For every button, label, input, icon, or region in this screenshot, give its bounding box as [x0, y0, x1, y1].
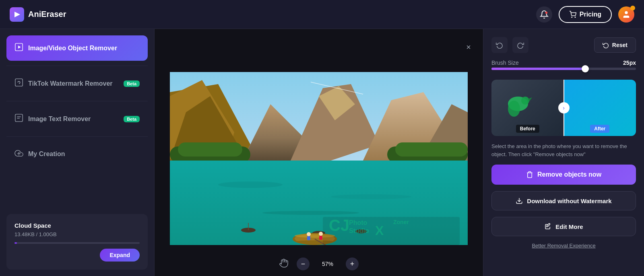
notification-button[interactable]: [536, 6, 552, 23]
canvas-top-bar: ×: [155, 29, 483, 65]
right-panel: Reset Brush Size 25px: [483, 29, 644, 276]
cloud-space-usage: 13.48KB / 1.00GB: [14, 231, 140, 237]
svg-text:CJ: CJ: [329, 216, 349, 234]
close-button[interactable]: ×: [462, 41, 475, 54]
sidebar-item-my-creation[interactable]: My Creation: [6, 142, 148, 167]
cloud-space-card: Cloud Space 13.48KB / 1.00GB Expand: [6, 214, 148, 270]
svg-text:Photo: Photo: [349, 219, 367, 226]
svg-point-2: [572, 17, 572, 18]
logo-area: AniEraser: [10, 7, 536, 22]
sidebar-item-label-tiktok-remover: TikTok Watermark Remover: [28, 80, 113, 87]
edit-icon: [544, 223, 551, 230]
header: AniEraser Pricing: [0, 0, 644, 29]
sidebar-item-image-text-remover[interactable]: Image Text Remover Beta: [6, 106, 148, 132]
svg-point-52: [521, 97, 529, 105]
brush-size-label: Brush Size: [491, 60, 519, 66]
avatar-badge: [630, 6, 635, 10]
zoom-out-button[interactable]: −: [297, 257, 310, 270]
slider-thumb: [582, 65, 589, 72]
svg-marker-0: [14, 12, 20, 17]
sidebar-divider-2: [6, 101, 148, 101]
tiktok-beta-badge: Beta: [124, 80, 140, 87]
canvas-area: ×: [155, 29, 483, 276]
download-without-watermark-button[interactable]: Download without Watermark: [491, 191, 636, 210]
undo-button[interactable]: [491, 37, 508, 53]
svg-text:X: X: [375, 223, 384, 238]
after-side: After: [564, 80, 636, 136]
canvas-bottom-bar: − 57% +: [155, 252, 483, 276]
svg-point-32: [262, 211, 359, 215]
header-right: Pricing: [536, 6, 634, 23]
image-text-icon: [14, 113, 23, 124]
sidebar-item-tiktok-remover[interactable]: TikTok Watermark Remover Beta: [6, 71, 148, 96]
brush-size-section: Brush Size 25px: [491, 60, 636, 73]
sidebar: Image/Video Object Remover TikTok Waterm…: [0, 29, 155, 276]
before-after-inner: Before After ›: [491, 80, 636, 136]
brush-size-slider[interactable]: [491, 68, 636, 70]
before-side: Before: [491, 80, 564, 136]
hand-icon[interactable]: [279, 258, 289, 270]
before-after-preview: Before After ›: [491, 80, 636, 136]
divider-handle[interactable]: ›: [558, 102, 570, 113]
pricing-label: Pricing: [580, 11, 601, 18]
cloud-space-bar: [14, 242, 140, 244]
redo-button[interactable]: [512, 37, 528, 53]
remove-icon: [526, 171, 533, 178]
sidebar-divider-3: [6, 136, 148, 137]
bird-shape: [502, 88, 534, 120]
image-text-beta-badge: Beta: [124, 116, 140, 122]
sidebar-divider-1: [6, 66, 148, 66]
svg-text:Zoner: Zoner: [393, 219, 409, 225]
sidebar-item-label-image-video-remover: Image/Video Object Remover: [28, 45, 117, 52]
svg-rect-40: [307, 236, 310, 240]
edit-more-label: Edit More: [555, 223, 583, 230]
slider-fill: [491, 68, 585, 70]
expand-button[interactable]: Expand: [100, 249, 140, 262]
sidebar-item-label-image-text-remover: Image Text Remover: [28, 115, 91, 123]
cloud-icon: [14, 149, 23, 159]
svg-point-41: [319, 232, 323, 236]
zoom-in-icon: +: [350, 260, 355, 268]
pricing-button[interactable]: Pricing: [559, 6, 612, 23]
cloud-space-title: Cloud Space: [14, 222, 140, 229]
avatar[interactable]: [618, 6, 634, 23]
close-icon: ×: [466, 43, 471, 52]
main: Image/Video Object Remover TikTok Waterm…: [0, 29, 644, 276]
zoom-in-button[interactable]: +: [346, 257, 359, 270]
after-label: After: [590, 125, 609, 133]
before-after-divider: ›: [564, 80, 564, 136]
download-label: Download without Watermark: [527, 198, 611, 204]
tiktok-icon: [14, 78, 23, 89]
hint-text: Select the area in the photo where you w…: [491, 142, 636, 158]
download-icon: [516, 197, 523, 204]
svg-point-54: [508, 101, 520, 117]
remove-objects-button[interactable]: Remove objects now: [491, 165, 636, 185]
svg-rect-7: [15, 79, 23, 86]
better-removal-link[interactable]: Better Removal Experience: [491, 243, 636, 249]
sidebar-item-label-my-creation: My Creation: [28, 150, 65, 158]
remove-objects-label: Remove objects now: [537, 171, 601, 178]
logo-icon: [10, 7, 24, 22]
svg-rect-42: [319, 236, 322, 240]
svg-point-4: [625, 11, 627, 14]
svg-point-30: [218, 181, 283, 188]
panel-toolbar: Reset: [491, 37, 636, 53]
play-icon: [14, 43, 23, 54]
svg-point-31: [331, 194, 411, 199]
canvas-image: CJ Photo Studio X Zoner: [170, 72, 468, 245]
brush-size-value: 25px: [623, 60, 636, 66]
svg-text:Studio: Studio: [349, 227, 369, 234]
svg-marker-6: [18, 45, 21, 48]
canvas-image-container[interactable]: CJ Photo Studio X Zoner: [155, 65, 483, 252]
svg-rect-8: [15, 114, 23, 122]
brush-size-row: Brush Size 25px: [491, 60, 636, 66]
zoom-out-icon: −: [301, 260, 305, 268]
sidebar-item-image-video-remover[interactable]: Image/Video Object Remover: [6, 35, 148, 61]
logo-text: AniEraser: [28, 10, 66, 19]
edit-more-button[interactable]: Edit More: [491, 217, 636, 236]
before-label: Before: [516, 125, 539, 133]
svg-point-39: [307, 232, 311, 236]
reset-label: Reset: [612, 42, 627, 48]
reset-button[interactable]: Reset: [594, 37, 636, 53]
cloud-space-bar-fill: [14, 242, 17, 244]
